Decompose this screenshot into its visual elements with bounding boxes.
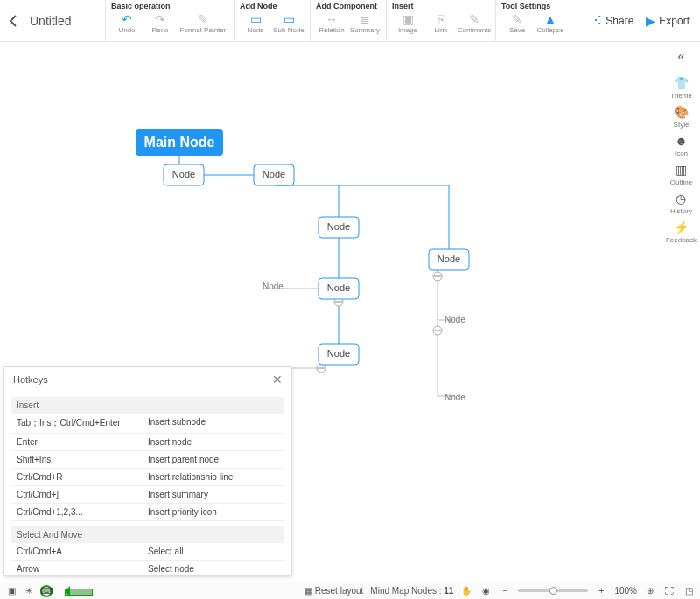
tool-group-basic-operation: Basic operation↶Undo↷Redo✎Format Painter <box>105 0 234 41</box>
sidebar-item-icon[interactable]: ☻Icon <box>666 131 696 160</box>
mindmap-node[interactable]: Node <box>164 164 204 185</box>
hotkey-desc: Select node <box>148 564 194 574</box>
redo-icon: ↷ <box>152 12 168 26</box>
fullscreen-icon[interactable]: ⛶ <box>663 585 676 597</box>
presentation-icon[interactable]: ▣ <box>5 585 18 597</box>
tool-caption: Relation <box>318 26 344 34</box>
nodes-count: Mind Map Nodes : 11 <box>370 586 453 596</box>
node-icon: ▭ <box>248 12 263 26</box>
export-button[interactable]: ▶Export <box>646 14 690 28</box>
undo-button[interactable]: ↶Undo <box>111 12 143 34</box>
share-icon: ⠪ <box>593 14 602 28</box>
tool-group-label: Add Node <box>240 2 304 10</box>
hotkey-desc: Insert summary <box>148 490 208 499</box>
svg-text:Node: Node <box>327 348 350 359</box>
close-icon[interactable]: ✕ <box>272 373 283 387</box>
hotkey-row: Shift+InsInsert parent node <box>11 451 284 469</box>
redo-button[interactable]: ↷Redo <box>144 12 176 34</box>
image-button[interactable]: ▣Image <box>392 12 424 34</box>
hotkey-keys: Ctrl/Cmd+] <box>17 490 148 499</box>
format-painter-button[interactable]: ✎Format Painter <box>178 12 228 34</box>
tool-caption: Collapse <box>536 26 564 34</box>
mindmap-node[interactable]: Node <box>444 393 466 402</box>
callout-arrow-icon <box>60 587 94 596</box>
sidebar-item-label: Outline <box>670 178 692 186</box>
hotkey-keys: Enter <box>17 437 148 447</box>
export-icon: ▶ <box>646 14 655 28</box>
hotkeys-list[interactable]: InsertTab；Ins；Ctrl/Cmd+EnterInsert subno… <box>4 392 291 575</box>
minimap-icon[interactable]: ◳ <box>682 585 695 597</box>
eye-icon[interactable]: ◉ <box>480 585 492 597</box>
tool-caption: Format Painter <box>180 26 227 34</box>
keyboard-icon[interactable]: ⌨ <box>40 585 52 597</box>
hotkey-desc: Insert priority icon <box>148 507 217 517</box>
node-button[interactable]: ▭Node <box>240 12 271 34</box>
history-icon: ◷ <box>676 192 686 205</box>
feedback-icon: ⚡ <box>674 220 689 234</box>
tool-group-label: Insert <box>392 2 490 10</box>
back-button[interactable] <box>0 0 26 41</box>
hotkey-row: ArrowSelect node <box>11 561 284 575</box>
tool-group-tool-settings: Tool Settings✎Save▲Collapse <box>495 0 571 41</box>
mindmap-node[interactable]: Node <box>318 344 359 365</box>
hotkey-keys: Shift+Ins <box>17 455 148 464</box>
tool-caption: Link <box>435 26 448 34</box>
hotkey-row: Ctrl/Cmd+ASelect all <box>11 543 284 561</box>
reset-layout-button[interactable]: ▦Reset layout <box>304 586 364 596</box>
mindmap-node[interactable]: Node <box>318 278 359 299</box>
mindmap-node[interactable]: Node <box>254 164 294 185</box>
link-icon: ⎘ <box>433 12 449 26</box>
relation-button[interactable]: ↔Relation <box>316 12 347 34</box>
tool-caption: Node <box>247 26 263 34</box>
sidebar-collapse[interactable]: « <box>678 49 685 63</box>
hotkey-row: Tab；Ins；Ctrl/Cmd+EnterInsert subnode <box>11 414 284 434</box>
sidebar-item-outline[interactable]: ▥Outline <box>666 160 696 189</box>
doc-title[interactable]: Untitled <box>26 0 105 41</box>
tool-caption: Save <box>509 26 525 34</box>
mindmap-node[interactable]: Node <box>444 315 466 324</box>
tool-group-add-component: Add Component↔Relation≣Summary <box>310 0 386 41</box>
svg-text:Node: Node <box>327 221 350 232</box>
toggle-icon[interactable] <box>433 326 442 335</box>
tool-caption: Image <box>398 26 417 34</box>
mindmap-node[interactable]: Node <box>262 282 284 291</box>
sidebar-item-history[interactable]: ◷History <box>666 189 696 218</box>
sidebar-item-feedback[interactable]: ⚡Feedback <box>666 218 696 247</box>
share-label: Share <box>606 15 634 27</box>
collapse-button[interactable]: ▲Collapse <box>535 12 566 34</box>
zoom-in-icon[interactable]: + <box>595 585 607 597</box>
share-button[interactable]: ⠪Share <box>593 14 634 28</box>
sidebar-item-theme[interactable]: 👕Theme <box>666 73 696 102</box>
summary-button[interactable]: ≣Summary <box>349 12 381 34</box>
subnode-button[interactable]: ▭Sub Node <box>273 12 304 34</box>
sidebar-item-label: Feedback <box>666 236 696 244</box>
toggle-icon[interactable] <box>433 272 442 281</box>
brightness-icon[interactable]: ✳ <box>23 585 35 597</box>
zoom-value: 100% <box>614 586 637 596</box>
hotkey-desc: Insert node <box>148 437 192 447</box>
mindmap-node[interactable]: Node <box>318 217 359 238</box>
mindmap-node[interactable]: Node <box>429 249 469 270</box>
status-bar: ▣ ✳ ⌨ ▦Reset layout Mind Map Nodes : 11 … <box>0 582 700 599</box>
hotkey-keys: Ctrl/Cmd+R <box>17 472 148 482</box>
svg-text:Node: Node <box>327 282 350 293</box>
zoom-out-icon[interactable]: − <box>499 585 511 597</box>
tool-group-label: Add Component <box>316 2 381 10</box>
comments-button[interactable]: ✎Comments <box>458 12 490 34</box>
tool-caption: Redo <box>151 26 168 34</box>
hotkey-desc: Insert subnode <box>148 417 206 429</box>
fit-icon[interactable]: ⊕ <box>644 585 656 597</box>
link-button[interactable]: ⎘Link <box>425 12 457 34</box>
hotkey-keys: Arrow <box>17 564 148 574</box>
comments-icon: ✎ <box>466 12 482 26</box>
summary-icon: ≣ <box>357 12 373 26</box>
sidebar-item-label: Style <box>674 121 690 129</box>
hotkey-row: EnterInsert node <box>11 434 284 451</box>
zoom-slider[interactable] <box>518 589 588 592</box>
sidebar-item-style[interactable]: 🎨Style <box>666 102 696 131</box>
format-painter-icon: ✎ <box>195 12 211 26</box>
hand-icon[interactable]: ✋ <box>460 585 472 597</box>
hotkey-row: Ctrl/Cmd+RInsert relationship line <box>11 469 284 486</box>
main-node[interactable]: Main Node <box>136 129 223 156</box>
save-button[interactable]: ✎Save <box>501 12 533 34</box>
